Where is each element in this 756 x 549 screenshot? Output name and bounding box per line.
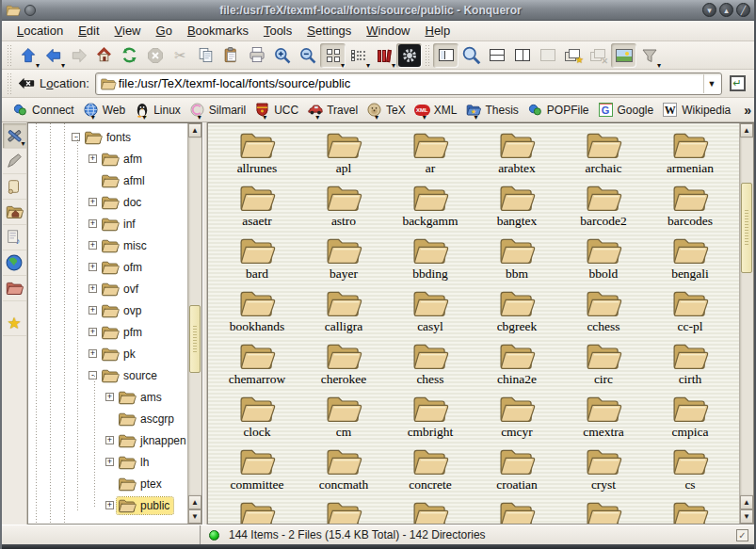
dropdown-caret-icon[interactable]: ▾	[392, 62, 395, 70]
location-dropdown-button[interactable]: ▼	[703, 74, 719, 93]
bookmark-thesis[interactable]: ★ Thesis ▾	[462, 101, 523, 120]
scroll-up-button-2[interactable]: ▲	[188, 495, 201, 509]
folder-item[interactable]: committee	[214, 444, 300, 496]
bookmark-overflow-chevron[interactable]: »	[736, 103, 756, 118]
dropdown-caret-icon[interactable]: ▾	[61, 62, 65, 70]
folder-item[interactable]: bbding	[387, 233, 474, 285]
folder-item[interactable]: armenian	[647, 127, 733, 180]
folder-item[interactable]: asaetr	[214, 180, 300, 233]
folder-item[interactable]: cmextra	[560, 391, 647, 444]
tree-expander[interactable]: +	[88, 306, 97, 315]
folder-item[interactable]: concrete	[387, 444, 474, 496]
sidebar-tab-home-folder[interactable]	[3, 200, 26, 225]
toolbar-grip[interactable]	[7, 45, 12, 66]
tree-expander[interactable]: +	[88, 198, 97, 206]
dropdown-caret-icon[interactable]: ▾	[657, 62, 661, 70]
scroll-up-button[interactable]: ▲	[740, 123, 753, 137]
folder-item[interactable]: bangtex	[474, 180, 560, 233]
title-bar[interactable]: file:/usr/TeX/texmf-local/fonts/source/p…	[2, 0, 754, 21]
tree-item[interactable]: ptex	[28, 473, 187, 494]
folder-item[interactable]	[560, 496, 647, 524]
home-button[interactable]	[91, 43, 117, 68]
folder-item[interactable]: cmpica	[647, 391, 733, 444]
close-button[interactable]: ╱	[736, 3, 750, 17]
tree-item[interactable]: + ofm	[28, 256, 187, 278]
tree-expander[interactable]: +	[105, 436, 114, 444]
sidebar-tab-network[interactable]	[3, 250, 26, 276]
bookmark-popfile[interactable]: POPFile	[524, 101, 595, 120]
bookmark-linux[interactable]: Linux ▾	[131, 101, 186, 120]
folder-item[interactable]: concmath	[300, 444, 387, 496]
zoom-in-button[interactable]	[269, 43, 295, 68]
dropdown-caret-icon[interactable]: ▾	[366, 62, 370, 70]
tree-item[interactable]: + doc	[28, 191, 187, 213]
folder-item[interactable]: cc-pl	[647, 285, 733, 338]
folder-item[interactable]: cs	[647, 444, 733, 496]
tree-expander[interactable]: +	[88, 263, 97, 271]
clear-location-button[interactable]	[15, 72, 38, 96]
tree-item[interactable]: + ams	[28, 386, 187, 408]
folder-item[interactable]: chess	[387, 338, 474, 391]
split-view-left-right-button[interactable]	[509, 43, 535, 68]
menu-item[interactable]: Go	[149, 22, 180, 40]
sidebar-tab-bookmarks-pen[interactable]	[3, 149, 26, 174]
scroll-down-button[interactable]: ▼	[188, 509, 201, 524]
bookmark-silmaril[interactable]: Silmaril ▾	[186, 101, 251, 120]
menu-item[interactable]: Edit	[71, 22, 106, 40]
sidebar-toggle-button[interactable]	[433, 43, 458, 68]
folder-item[interactable]: astro	[300, 180, 387, 233]
folder-item[interactable]: bard	[214, 233, 300, 285]
tree-item[interactable]: + inf	[28, 213, 187, 234]
tree-expander[interactable]: +	[88, 284, 97, 293]
folder-item[interactable]: cmbright	[387, 391, 474, 444]
menu-item[interactable]: Help	[418, 22, 458, 40]
bookmark-tex[interactable]: TeX ▾	[363, 101, 411, 120]
bookmark-connect[interactable]: Connect	[9, 101, 80, 120]
folder-item[interactable]: croatian	[474, 444, 560, 496]
folder-item[interactable]: clock	[214, 391, 300, 444]
split-indicator-checkbox[interactable]: ✓	[736, 529, 748, 541]
minimize-button[interactable]: ▾	[702, 3, 716, 17]
scrollbar-track[interactable]	[740, 137, 753, 495]
folder-item[interactable]	[474, 496, 560, 524]
tree-expander[interactable]: +	[88, 328, 97, 336]
tree-expander[interactable]: +	[88, 349, 97, 358]
tree-item[interactable]: + pfm	[28, 321, 187, 343]
menu-item[interactable]: Bookmarks	[180, 22, 256, 40]
list-view-button[interactable]: ▾	[346, 43, 371, 68]
paste-button[interactable]	[218, 43, 244, 68]
tree-item[interactable]: + lh	[28, 451, 187, 473]
tree-item[interactable]: + ovp	[28, 299, 187, 321]
tree-item[interactable]: afml	[28, 170, 187, 191]
image-preview-button[interactable]	[611, 43, 636, 68]
folder-item[interactable]: chemarrow	[214, 338, 300, 391]
menu-item[interactable]: View	[107, 22, 149, 40]
find-file-button[interactable]	[458, 43, 484, 68]
scroll-up-button-2[interactable]: ▲	[740, 495, 753, 509]
scroll-down-button[interactable]: ▼	[740, 509, 753, 524]
konqueror-gear-button[interactable]	[396, 43, 422, 68]
sidebar-tab-bookmarks[interactable]: ★	[3, 311, 26, 336]
folder-item[interactable]: calligra	[300, 285, 387, 338]
folder-item[interactable]	[387, 496, 474, 524]
tree-item[interactable]: + ovf	[28, 278, 187, 299]
new-tab-button[interactable]: ★	[560, 43, 586, 68]
folder-item[interactable]	[214, 496, 300, 524]
folder-item[interactable]: apl	[300, 127, 387, 180]
location-combobox[interactable]: ▼	[95, 73, 722, 95]
tree-expander[interactable]: +	[105, 393, 114, 401]
dropdown-caret-icon[interactable]: ▾	[341, 62, 345, 70]
menu-item[interactable]: Settings	[299, 22, 359, 40]
scrollbar-track[interactable]	[188, 137, 201, 495]
go-button[interactable]: ↵	[726, 73, 748, 95]
tree-item[interactable]: - fonts	[28, 126, 187, 148]
folder-item[interactable]: bbold	[560, 233, 647, 285]
tree-item[interactable]: - source	[28, 364, 187, 386]
reload-button[interactable]	[117, 43, 142, 68]
bookmark-xml[interactable]: XML XML ▾	[411, 101, 463, 120]
folder-item[interactable]: cm	[300, 391, 387, 444]
tree-expander[interactable]: -	[88, 371, 97, 379]
scrollbar-thumb[interactable]	[189, 305, 201, 373]
menu-item[interactable]: Window	[359, 22, 417, 40]
folder-item[interactable]: cherokee	[300, 338, 387, 391]
